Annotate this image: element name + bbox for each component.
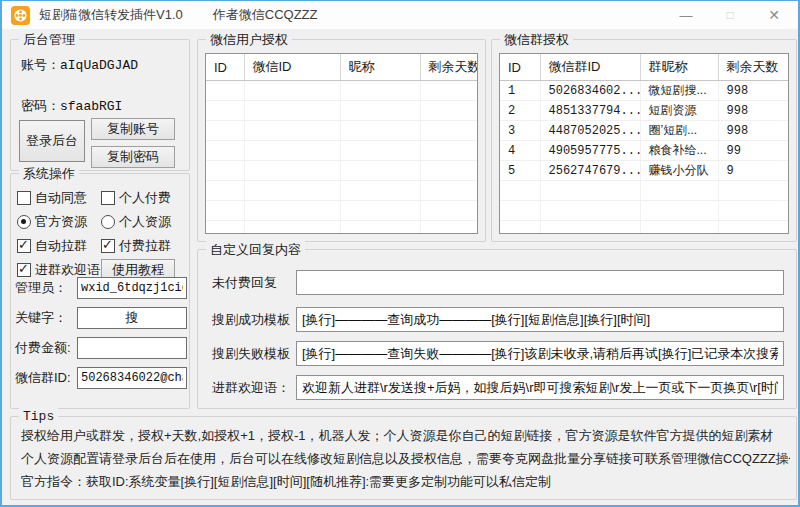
group-legend: 微信用户授权: [206, 31, 292, 48]
cell: [206, 101, 244, 121]
cell: [206, 201, 244, 221]
user-empty-row: [206, 81, 478, 101]
group-auth-table[interactable]: ID微信群ID群昵称剩余天数15026834602...微短剧搜...99824…: [499, 53, 789, 234]
radio-mark: [17, 215, 31, 229]
keyword-field-row: 关键字：: [15, 307, 187, 329]
group-legend: 系统操作: [19, 165, 79, 182]
search-success-input[interactable]: [296, 307, 784, 332]
search-fail-row: 搜剧失败模板: [212, 341, 784, 366]
cell: [500, 181, 540, 201]
group-legend: 后台管理: [19, 31, 79, 48]
account-value: aIqUaDGJAD: [60, 58, 138, 73]
tips-group: Tips 授权给用户或群发，授权+天数,如授权+1，授权-1，机器人发；个人资源…: [10, 416, 797, 500]
copy-account-button[interactable]: 复制账号: [91, 118, 175, 140]
group-id-label: 微信群ID:: [15, 369, 77, 387]
cell: 4: [500, 141, 540, 161]
user-empty-row: [206, 221, 478, 235]
group-id-field-row: 微信群ID:: [15, 367, 187, 389]
maximize-button[interactable]: □: [708, 1, 752, 29]
group-row[interactable]: 24851337794...短剧资源998: [500, 101, 789, 121]
password-row: 密码： sfaabRGI: [21, 97, 122, 115]
cell: [420, 81, 478, 101]
cell: 998: [718, 81, 789, 101]
group-legend: Tips: [19, 408, 58, 425]
cell: 4851337794...: [540, 101, 640, 121]
group-row[interactable]: 44905957775...粮食补给...99: [500, 141, 789, 161]
checkbox-mark: [17, 263, 31, 277]
search-fail-input[interactable]: [296, 341, 784, 366]
group-id-input[interactable]: [77, 367, 187, 389]
user-auth-group: 微信用户授权 ID微信ID昵称剩余天数: [197, 39, 486, 242]
cell: [340, 101, 420, 121]
cell: 1: [500, 81, 540, 101]
unpaid-reply-label: 未付费回复: [212, 274, 296, 292]
cell: [640, 221, 718, 235]
minimize-button[interactable]: —: [664, 1, 708, 29]
checkbox-personal-pay[interactable]: 个人付费: [101, 189, 185, 207]
cell: [420, 101, 478, 121]
user-empty-row: [206, 201, 478, 221]
radio-personal-resource[interactable]: 个人资源: [101, 213, 185, 231]
admin-field-row: 管理员：: [15, 277, 187, 299]
column-header: 剩余天数: [718, 54, 789, 81]
cell: [718, 201, 789, 221]
cell: [206, 221, 244, 235]
cell: [340, 81, 420, 101]
keyword-input[interactable]: [77, 307, 187, 329]
cell: [718, 181, 789, 201]
window-title: 短剧猫微信转发插件V1.0: [39, 6, 183, 24]
group-row[interactable]: 34487052025...圈’短剧...998: [500, 121, 789, 141]
cell: 2: [500, 101, 540, 121]
checkbox-paid-pull-group[interactable]: 付费拉群: [101, 237, 185, 255]
cell: 2562747679...: [540, 161, 640, 181]
checkbox-auto-pull-group[interactable]: 自动拉群: [17, 237, 101, 255]
toggle-label: 个人付费: [119, 189, 171, 207]
user-empty-row: [206, 161, 478, 181]
user-empty-row: [206, 121, 478, 141]
group-row[interactable]: 15026834602...微短剧搜...998: [500, 81, 789, 101]
tip-line: 个人资源配置请登录后台后在使用，后台可以在线修改短剧信息以及授权信息，需要夸克网…: [21, 450, 790, 468]
cell: [206, 181, 244, 201]
column-header: 微信群ID: [540, 54, 640, 81]
cell: [340, 221, 420, 235]
search-fail-label: 搜剧失败模板: [212, 345, 296, 363]
cell: 9: [718, 161, 789, 181]
admin-label: 管理员：: [15, 279, 77, 297]
group-row[interactable]: 52562747679...赚钱小分队9: [500, 161, 789, 181]
window-body: 后台管理 账号： aIqUaDGJAD 密码： sfaabRGI 登录后台 复制…: [2, 29, 798, 505]
user-empty-row: [206, 141, 478, 161]
cell: [540, 201, 640, 221]
admin-input[interactable]: [77, 277, 187, 299]
checkbox-mark: [17, 239, 31, 253]
close-button[interactable]: ✕: [752, 1, 796, 29]
cell: [244, 121, 340, 141]
unpaid-reply-row: 未付费回复: [212, 270, 784, 295]
user-empty-row: [206, 181, 478, 201]
group-legend: 自定义回复内容: [206, 241, 305, 258]
toggle-label: 自动同意: [35, 189, 87, 207]
cell: [244, 201, 340, 221]
cell: [206, 161, 244, 181]
user-auth-table[interactable]: ID微信ID昵称剩余天数: [205, 53, 478, 234]
checkbox-mark: [101, 239, 115, 253]
system-operations-group: 系统操作 自动同意个人付费官方资源个人资源自动拉群付费拉群进群欢迎语使用教程 管…: [10, 173, 190, 409]
cell: [244, 161, 340, 181]
unpaid-reply-input[interactable]: [296, 270, 784, 295]
radio-official-resource[interactable]: 官方资源: [17, 213, 101, 231]
window-controls: — □ ✕: [664, 1, 798, 29]
cell: [420, 141, 478, 161]
copy-password-button[interactable]: 复制密码: [91, 146, 175, 168]
cell: 3: [500, 121, 540, 141]
login-backend-button[interactable]: 登录后台: [19, 120, 85, 162]
toggle-label: 自动拉群: [35, 237, 87, 255]
cell: [244, 181, 340, 201]
cell: [340, 161, 420, 181]
checkbox-auto-agree[interactable]: 自动同意: [17, 189, 101, 207]
pay-amount-input[interactable]: [77, 337, 187, 359]
cell: 998: [718, 101, 789, 121]
cell: [340, 201, 420, 221]
cell: [500, 201, 540, 221]
cell: [500, 221, 540, 235]
welcome-message-input[interactable]: [296, 375, 784, 400]
keyword-label: 关键字：: [15, 309, 77, 327]
